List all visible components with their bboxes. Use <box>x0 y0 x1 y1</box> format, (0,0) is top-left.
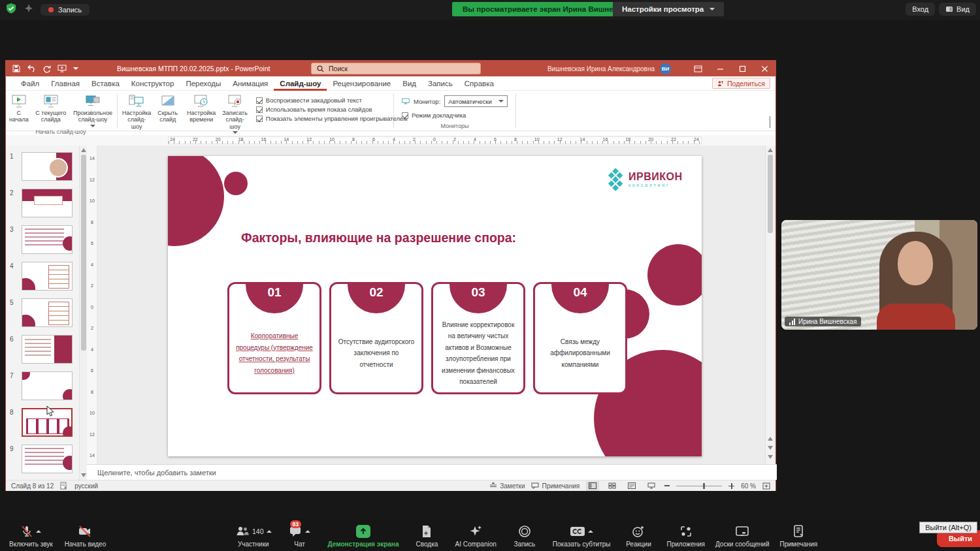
ribbon-display-options-button[interactable] <box>687 61 709 76</box>
slide-7-thumbnail[interactable] <box>22 371 73 400</box>
slide-2-thumbnail[interactable] <box>22 189 73 217</box>
reading-view-button[interactable] <box>625 481 638 491</box>
qat-customize-icon[interactable] <box>73 67 78 70</box>
login-button[interactable]: Вход <box>906 3 935 16</box>
scrollbar-thumb[interactable] <box>768 155 773 233</box>
tab-transitions[interactable]: Переходы <box>180 76 227 91</box>
scroll-up-icon[interactable] <box>768 148 773 152</box>
search-input[interactable]: Поиск <box>311 63 481 74</box>
ai-sparkle-icon[interactable] <box>24 3 34 16</box>
horizontal-ruler[interactable]: 2422201816141210864202468101214161820222… <box>6 135 776 146</box>
slide-6-thumbnail[interactable] <box>22 335 73 364</box>
slide-8[interactable]: ИРВИКОН консалтинг Факторы, влияющие на … <box>168 156 702 456</box>
close-button[interactable] <box>753 61 776 76</box>
scroll-up-icon[interactable] <box>81 148 86 152</box>
captions-options-caret[interactable] <box>588 530 593 533</box>
show-media-controls-checkbox[interactable]: Показать элементы управления проигрывате… <box>256 115 408 122</box>
chat-button[interactable]: 83 Чат <box>282 524 318 548</box>
scroll-down-icon[interactable] <box>768 455 773 459</box>
participant-video[interactable]: Ирина Вишневская <box>781 220 977 330</box>
spellcheck-icon[interactable] <box>60 482 68 490</box>
zoom-in-button[interactable] <box>728 483 734 489</box>
collapse-ribbon-button[interactable] <box>770 117 770 129</box>
comments-toggle[interactable]: Примечания <box>531 482 580 490</box>
security-shield-icon[interactable] <box>5 3 17 17</box>
minimize-button[interactable] <box>709 61 731 76</box>
undo-icon[interactable] <box>27 65 36 72</box>
language-indicator[interactable]: русский <box>74 482 98 490</box>
thumbnail-row[interactable]: 5 <box>10 298 79 328</box>
scroll-down-icon[interactable] <box>81 473 86 477</box>
tab-file[interactable]: Файл <box>15 76 45 91</box>
unmute-button[interactable]: Включить звук <box>9 524 53 548</box>
slide-counter[interactable]: Слайд 8 из 12 <box>11 482 54 490</box>
thumbnail-row[interactable]: 1 <box>10 152 79 182</box>
reactions-button[interactable]: Реакции <box>621 524 656 548</box>
share-screen-button[interactable]: Демонстрация экрана <box>328 524 399 548</box>
participants-options-caret[interactable] <box>267 530 272 533</box>
recording-indicator[interactable]: Запись <box>41 4 90 16</box>
slideshow-view-button[interactable] <box>645 481 658 491</box>
account-name[interactable]: Вишневская Ирина Александровна <box>547 65 655 72</box>
view-settings-button[interactable]: Настройки просмотра <box>613 2 724 16</box>
rehearse-timings-button[interactable]: Настройка времени <box>184 93 219 125</box>
thumbnail-row[interactable]: 6 <box>10 335 79 365</box>
tab-slideshow[interactable]: Слайд-шоу <box>274 76 327 91</box>
record-slideshow-button[interactable]: Записать слайд-шоу <box>219 93 250 135</box>
use-timings-checkbox[interactable]: Использовать время показа слайдов <box>256 106 408 113</box>
from-current-slide-button[interactable]: С текущего слайда <box>32 93 70 125</box>
captions-button[interactable]: Показать субтитры <box>553 524 611 548</box>
zoom-level[interactable]: 60 % <box>741 482 756 490</box>
ai-companion-button[interactable]: AI Companion <box>455 524 496 548</box>
canvas-scrollbar[interactable] <box>765 146 774 464</box>
avatar[interactable]: ВИ <box>660 63 671 74</box>
factor-card-03[interactable]: 03 Влияние корректировок на величину чис… <box>431 282 525 394</box>
share-button[interactable]: Поделиться <box>712 78 770 89</box>
previous-slide-button[interactable] <box>768 437 773 441</box>
scrollbar-thumb[interactable] <box>81 155 86 351</box>
factor-card-01[interactable]: 01 Корпоративные процедуры (утверждение … <box>227 282 321 394</box>
tab-review[interactable]: Рецензирование <box>327 76 397 91</box>
play-narrations-checkbox[interactable]: Воспроизвести закадровый текст <box>256 97 408 104</box>
thumbnail-row[interactable]: 9 <box>10 445 79 475</box>
slide-3-thumbnail[interactable] <box>22 225 73 254</box>
thumbnail-row[interactable]: 8 <box>10 408 79 438</box>
slide-sorter-view-button[interactable] <box>606 481 619 491</box>
slide-5-thumbnail[interactable] <box>22 298 73 327</box>
zoom-slider-thumb[interactable] <box>703 483 705 489</box>
hide-slide-button[interactable]: Скрыть слайд <box>154 93 181 125</box>
whiteboards-button[interactable]: Доски сообщений <box>715 524 770 548</box>
tab-animations[interactable]: Анимация <box>227 76 274 91</box>
tab-view[interactable]: Вид <box>397 76 422 91</box>
slide-4-thumbnail[interactable] <box>22 262 73 291</box>
vertical-ruler[interactable]: 141210864202468101214 <box>87 146 97 464</box>
setup-slideshow-button[interactable]: Настройка слайд-шоу <box>119 93 154 131</box>
audio-options-caret[interactable] <box>36 530 41 533</box>
maximize-button[interactable] <box>731 61 753 76</box>
thumbnail-row[interactable]: 4 <box>10 262 79 292</box>
summary-button[interactable]: Сводка <box>409 524 444 548</box>
thumbnail-scrollbar[interactable] <box>79 146 87 480</box>
zoom-out-button[interactable] <box>664 485 670 486</box>
tab-home[interactable]: Главная <box>45 76 86 91</box>
apps-button[interactable]: Приложения <box>666 524 705 548</box>
tab-help[interactable]: Справка <box>459 76 500 91</box>
from-beginning-button[interactable]: С начала <box>6 93 32 125</box>
tab-design[interactable]: Конструктор <box>125 76 180 91</box>
monitor-select[interactable]: Автоматически <box>444 95 508 107</box>
next-slide-button[interactable] <box>768 446 773 450</box>
annotations-button[interactable]: Примечания <box>780 524 818 548</box>
participants-button[interactable]: 140 Участники <box>235 524 272 548</box>
slide-1-thumbnail[interactable] <box>22 152 73 181</box>
thumbnail-row[interactable]: 7 <box>10 371 79 401</box>
tab-record[interactable]: Запись <box>422 76 459 91</box>
presenter-view-checkbox[interactable]: Режим докладчика <box>402 112 508 119</box>
view-button[interactable]: Вид <box>939 3 976 16</box>
custom-slideshow-button[interactable]: Произвольное слайд-шоу <box>70 93 116 129</box>
fit-to-window-icon[interactable] <box>762 482 770 490</box>
slideshow-icon[interactable] <box>57 65 67 72</box>
slide-9-thumbnail[interactable] <box>22 445 73 473</box>
factor-card-04[interactable]: 04 Связь между аффилированными компаниям… <box>533 282 627 394</box>
redo-icon[interactable] <box>42 65 51 73</box>
notes-pane[interactable]: Щелкните, чтобы добавить заметки <box>87 464 777 480</box>
